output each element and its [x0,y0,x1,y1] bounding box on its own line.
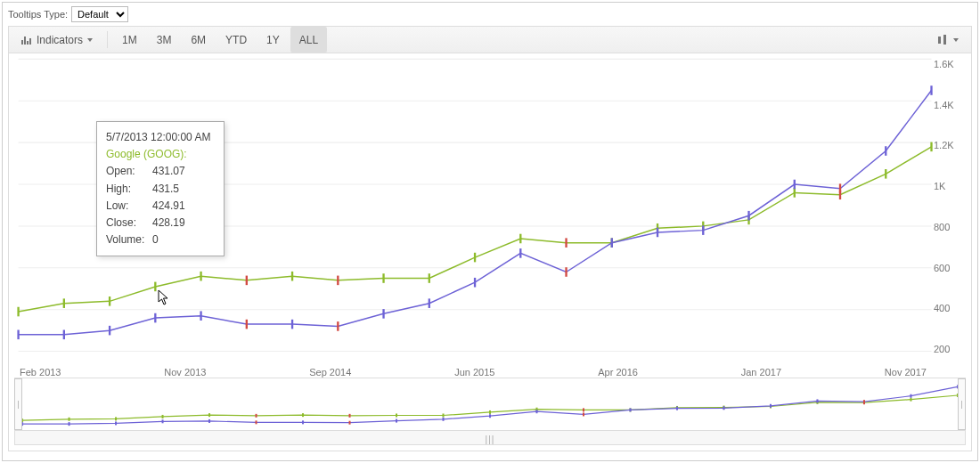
svg-rect-84 [629,408,631,411]
range-6m[interactable]: 6M [182,27,215,53]
y-tick: 1.4K [934,100,966,110]
tooltip-volume-label: Volume: [106,232,152,248]
svg-rect-77 [302,420,304,424]
chart-type-button[interactable] [927,27,968,53]
y-axis-ticks: 1.6K 1.4K 1.2K 1K 800 600 400 200 [934,59,966,354]
svg-rect-60 [489,410,491,414]
indicators-icon [21,36,32,45]
range-navigator-svg [15,378,965,430]
tooltip-datetime: 5/7/2013 12:00:00 AM [106,129,215,146]
svg-rect-72 [69,422,70,426]
y-tick: 400 [934,303,966,313]
svg-rect-76 [256,420,257,424]
scrollbar-grip-icon: ||| [486,435,495,444]
chevron-down-icon [953,38,959,42]
tooltip-open-label: Open: [106,163,152,180]
range-handle-left[interactable]: | [14,378,22,430]
tooltips-type-label: Tooltips Type: [8,9,68,20]
x-tick: Apr 2016 [598,367,638,378]
svg-rect-51 [69,418,70,421]
range-1m[interactable]: 1M [113,27,146,53]
chevron-down-icon [87,38,93,42]
svg-rect-83 [583,412,584,416]
tooltips-type-select[interactable]: Default [71,6,128,22]
chart-toolbar: Indicators 1M 3M 6M YTD 1Y ALL [9,27,971,53]
svg-rect-58 [396,414,397,418]
x-tick: Nov 2013 [164,367,206,378]
tooltip-low-value: 424.91 [152,198,185,215]
svg-rect-82 [535,410,537,413]
indicators-button[interactable]: Indicators [12,27,102,53]
range-handle-right[interactable]: | [958,378,966,430]
svg-rect-53 [162,415,164,418]
range-1y[interactable]: 1Y [257,27,289,53]
range-ytd[interactable]: YTD [216,27,256,53]
svg-rect-69 [910,398,911,402]
y-tick: 200 [934,344,966,354]
svg-rect-56 [302,413,304,417]
svg-rect-80 [442,418,444,421]
range-navigator-scrollbar[interactable]: ||| [15,430,965,444]
y-tick: 600 [934,263,966,273]
svg-rect-85 [676,407,678,410]
chart-tooltip: 5/7/2013 12:00:00 AM Google (GOOG): Open… [96,121,225,256]
svg-rect-57 [349,414,351,418]
tooltip-high-value: 431.5 [152,181,179,198]
svg-rect-54 [208,413,210,417]
x-tick: Nov 2017 [885,367,927,378]
svg-rect-86 [723,406,724,410]
svg-rect-87 [770,404,772,408]
y-tick: 800 [934,222,966,232]
svg-rect-55 [256,414,257,418]
range-navigator[interactable]: | | ||| [14,378,966,445]
svg-rect-78 [349,421,351,425]
svg-rect-88 [816,399,818,402]
tooltip-high-label: High: [106,181,152,198]
svg-rect-90 [910,394,911,398]
x-tick: Sep 2014 [309,367,351,378]
candlestick-icon [936,35,949,45]
range-all[interactable]: ALL [290,27,327,53]
x-tick: Feb 2013 [20,367,61,378]
svg-rect-62 [583,408,584,411]
tooltip-series: Google (GOOG): [106,146,215,163]
svg-rect-73 [115,421,117,425]
y-tick: 1.6K [934,59,966,69]
tooltip-low-label: Low: [106,198,152,215]
tooltip-close-label: Close: [106,215,152,232]
svg-rect-52 [115,417,117,420]
x-tick: Jun 2015 [454,367,494,378]
tooltip-open-value: 431.07 [152,163,185,180]
x-axis-ticks: Feb 2013 Nov 2013 Sep 2014 Jun 2015 Apr … [20,367,927,378]
svg-rect-74 [162,419,164,423]
svg-rect-75 [208,419,210,423]
range-3m[interactable]: 3M [148,27,181,53]
svg-rect-59 [442,414,444,418]
svg-rect-79 [396,419,397,423]
y-tick: 1K [934,181,966,191]
chart-frame: Indicators 1M 3M 6M YTD 1Y ALL Stock Pri… [8,26,972,451]
x-tick: Jan 2017 [741,367,781,378]
indicators-label: Indicators [37,34,83,46]
tooltip-volume-value: 0 [152,232,159,248]
toolbar-separator [107,31,108,48]
svg-rect-81 [489,414,491,418]
y-tick: 1.2K [934,140,966,150]
svg-rect-89 [863,400,865,403]
app-window: Tooltips Type: Default Indicators 1M 3M … [2,2,978,461]
tooltip-close-value: 428.19 [152,215,185,232]
top-controls: Tooltips Type: Default [3,3,977,26]
